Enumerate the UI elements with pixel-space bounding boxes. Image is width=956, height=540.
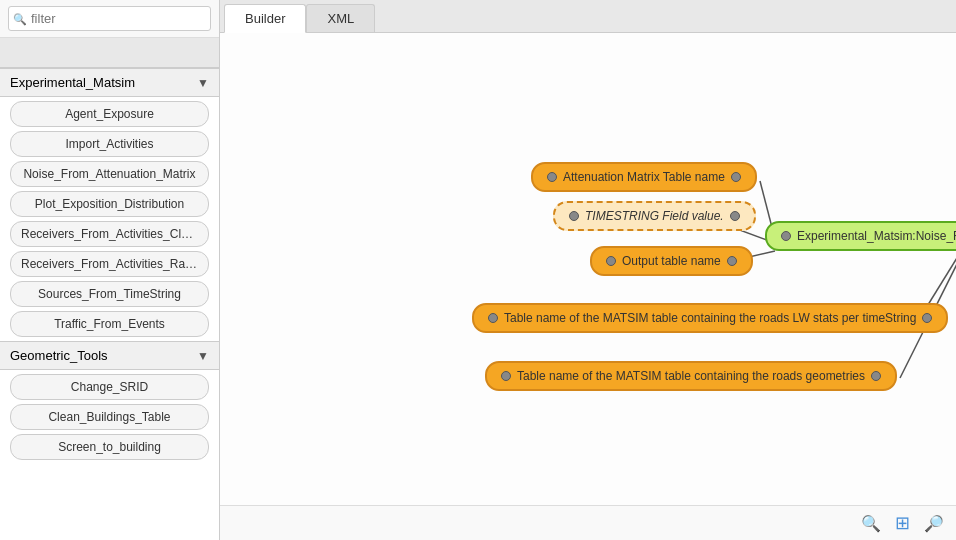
node-timestring-label: TIMESTRING Field value. [585, 209, 724, 223]
sidebar-item-traffic-events[interactable]: Traffic_From_Events [10, 311, 209, 337]
node-timestring-dot-left [569, 211, 579, 221]
sidebar-item-noise-from-attenuation[interactable]: Noise_From_Attenuation_Matrix [10, 161, 209, 187]
node-roads-geo[interactable]: Table name of the MATSIM table containin… [485, 361, 897, 391]
left-panel: Experimental_Matsim ▼ Agent_Exposure Imp… [0, 0, 220, 540]
section1-arrow: ▼ [197, 76, 209, 90]
node-noise-label: Experimental_Matsim:Noise_From_Attenuati… [797, 229, 956, 243]
section-experimental-matsim[interactable]: Experimental_Matsim ▼ [0, 68, 219, 97]
sidebar-item-sources-timestring[interactable]: Sources_From_TimeString [10, 281, 209, 307]
sidebar-item-clean-buildings[interactable]: Clean_Buildings_Table [10, 404, 209, 430]
sidebar-item-import-activities[interactable]: Import_Activities [10, 131, 209, 157]
section1-label: Experimental_Matsim [10, 75, 135, 90]
canvas-area[interactable]: Attenuation Matrix Table name TIMESTRING… [220, 33, 956, 505]
node-roads-lw-dot-right [922, 313, 932, 323]
node-attenuation-dot-left [547, 172, 557, 182]
node-output-dot-left [606, 256, 616, 266]
node-roads-lw-label: Table name of the MATSIM table containin… [504, 311, 916, 325]
node-roads-lw[interactable]: Table name of the MATSIM table containin… [472, 303, 948, 333]
tab-builder[interactable]: Builder [224, 4, 306, 33]
section-geometric-tools[interactable]: Geometric_Tools ▼ [0, 341, 219, 370]
search-input[interactable] [8, 6, 211, 31]
scroll-placeholder [0, 38, 219, 68]
bottom-toolbar: 🔍 ⊞ 🔎 [220, 505, 956, 540]
node-timestring[interactable]: TIMESTRING Field value. [553, 201, 756, 231]
tabs-bar: Builder XML [220, 0, 956, 33]
sidebar-item-screen-building[interactable]: Screen_to_building [10, 434, 209, 460]
node-timestring-dot-right [730, 211, 740, 221]
node-attenuation[interactable]: Attenuation Matrix Table name [531, 162, 757, 192]
right-panel: Builder XML Attenuation Matrix Table nam… [220, 0, 956, 540]
node-noise-dot-left [781, 231, 791, 241]
node-output-dot-right [727, 256, 737, 266]
grid-icon[interactable]: ⊞ [895, 512, 910, 534]
zoom-out-icon[interactable]: 🔎 [924, 514, 944, 533]
node-output-label: Output table name [622, 254, 721, 268]
node-output-table[interactable]: Output table name [590, 246, 753, 276]
sidebar-item-agent-exposure[interactable]: Agent_Exposure [10, 101, 209, 127]
sidebar-item-receivers-random[interactable]: Receivers_From_Activities_Randc [10, 251, 209, 277]
section1-items: Agent_Exposure Import_Activities Noise_F… [0, 97, 219, 341]
node-roads-geo-dot-left [501, 371, 511, 381]
node-roads-geo-label: Table name of the MATSIM table containin… [517, 369, 865, 383]
search-bar [0, 0, 219, 38]
node-attenuation-label: Attenuation Matrix Table name [563, 170, 725, 184]
node-noise-from[interactable]: Experimental_Matsim:Noise_From_Attenuati… [765, 221, 956, 251]
node-roads-lw-dot-left [488, 313, 498, 323]
connections-svg [220, 33, 956, 505]
section2-arrow: ▼ [197, 349, 209, 363]
sidebar-item-plot-exposition[interactable]: Plot_Exposition_Distribution [10, 191, 209, 217]
section2-label: Geometric_Tools [10, 348, 108, 363]
node-roads-geo-dot-right [871, 371, 881, 381]
tab-xml[interactable]: XML [306, 4, 375, 32]
node-attenuation-dot-right [731, 172, 741, 182]
sidebar-item-receivers-closes[interactable]: Receivers_From_Activities_Closes [10, 221, 209, 247]
search-icon-wrap [8, 6, 211, 31]
sidebar-item-change-srid[interactable]: Change_SRID [10, 374, 209, 400]
section2-items: Change_SRID Clean_Buildings_Table Screen… [0, 370, 219, 464]
zoom-in-icon[interactable]: 🔍 [861, 514, 881, 533]
